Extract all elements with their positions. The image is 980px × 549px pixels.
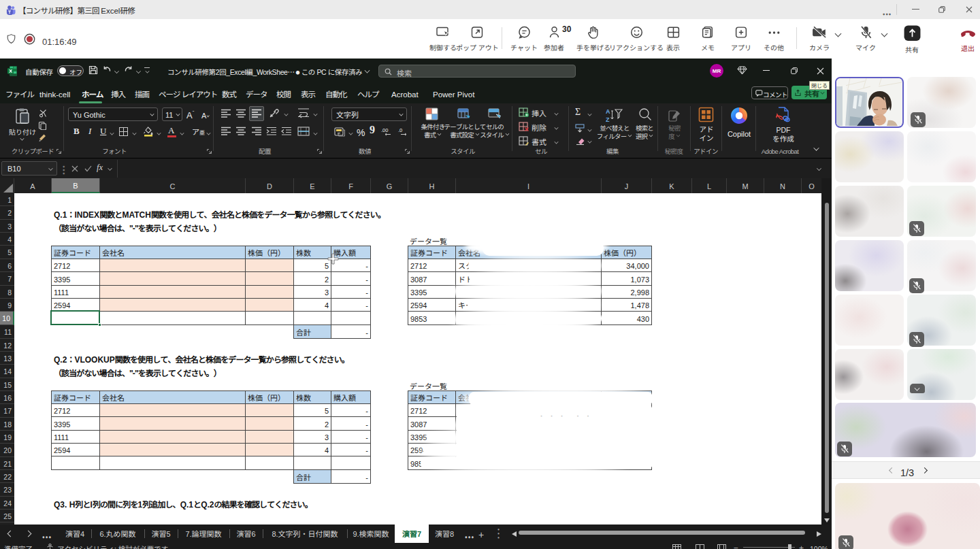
svg-text:A: A <box>606 108 610 115</box>
svg-text:Z: Z <box>606 116 610 123</box>
svg-text:.0: .0 <box>398 127 402 133</box>
svg-text:.00: .00 <box>381 127 388 133</box>
